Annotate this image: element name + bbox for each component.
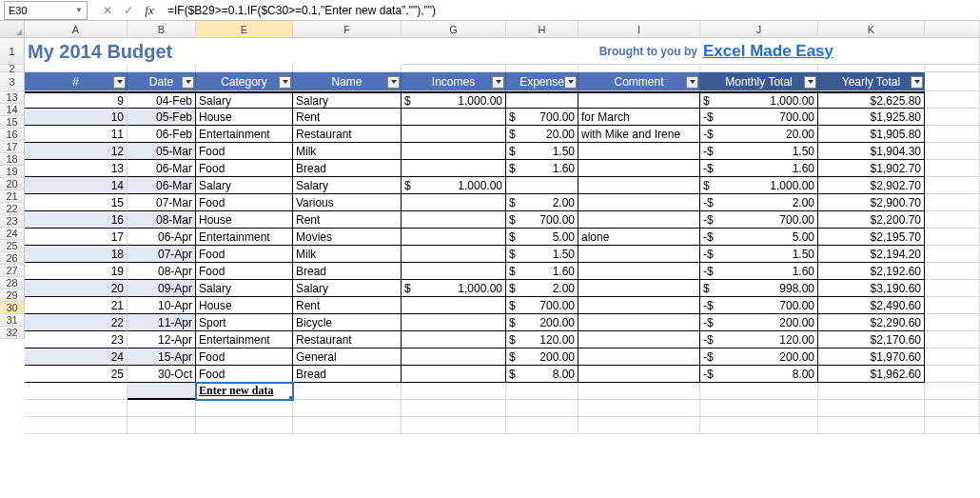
category-cell[interactable]: Food — [196, 143, 293, 160]
income-cell[interactable] — [402, 263, 506, 280]
cell[interactable] — [578, 417, 700, 434]
col-header-B[interactable]: B — [127, 21, 196, 37]
category-cell[interactable]: Food — [196, 246, 293, 263]
row-header-15[interactable]: 15 — [0, 116, 25, 129]
yearly-total-cell[interactable]: $1,925.80 — [818, 109, 925, 126]
filter-icon[interactable] — [279, 76, 291, 89]
num-cell[interactable]: 23 — [25, 331, 127, 349]
comment-cell[interactable] — [578, 211, 700, 229]
cell[interactable] — [402, 383, 506, 400]
category-cell[interactable]: Food — [196, 349, 293, 366]
table-header[interactable]: Yearly Total — [818, 72, 925, 91]
row-header-3[interactable]: 3 — [0, 72, 25, 91]
num-cell[interactable]: 24 — [25, 349, 127, 366]
name-cell[interactable]: Bread — [293, 263, 402, 280]
date-cell[interactable]: 06-Mar — [127, 177, 196, 194]
num-cell[interactable]: 17 — [25, 229, 127, 246]
num-cell[interactable]: 9 — [25, 91, 127, 109]
name-cell[interactable]: Rent — [293, 297, 402, 314]
row-header-20[interactable]: 20 — [0, 178, 25, 190]
comment-cell[interactable] — [578, 263, 700, 280]
row-header-30[interactable]: 30 — [0, 302, 25, 314]
yearly-total-cell[interactable]: $2,902.70 — [818, 177, 925, 194]
col-header-G[interactable]: G — [402, 21, 506, 37]
category-cell[interactable]: House — [196, 109, 293, 126]
monthly-total-cell[interactable]: -$1.60 — [700, 263, 818, 280]
monthly-total-cell[interactable]: -$2.00 — [700, 194, 818, 211]
table-header[interactable]: Comment — [578, 72, 700, 91]
expense-cell[interactable]: $700.00 — [506, 297, 578, 314]
monthly-total-cell[interactable]: -$120.00 — [700, 331, 818, 349]
income-cell[interactable] — [402, 349, 506, 366]
yearly-total-cell[interactable]: $2,192.60 — [818, 263, 925, 280]
excel-made-easy-link[interactable]: Excel Made Easy — [700, 38, 925, 65]
cell[interactable] — [578, 400, 700, 417]
date-cell[interactable]: 05-Feb — [127, 109, 196, 126]
col-header-F[interactable]: F — [293, 21, 402, 37]
worksheet-cells[interactable]: My 2014 BudgetBrought to you byExcel Mad… — [25, 38, 980, 434]
cell[interactable] — [578, 383, 700, 400]
col-header-A[interactable]: A — [25, 21, 127, 37]
table-header[interactable]: Category — [196, 72, 293, 91]
filter-icon[interactable] — [113, 76, 126, 89]
cell[interactable] — [25, 417, 127, 434]
col-header-H[interactable]: H — [506, 21, 578, 37]
cell[interactable] — [700, 417, 818, 434]
yearly-total-cell[interactable]: $2,490.60 — [818, 297, 925, 314]
filter-icon[interactable] — [804, 76, 816, 89]
num-cell[interactable]: 25 — [25, 366, 127, 383]
cell[interactable] — [402, 400, 506, 417]
income-cell[interactable] — [402, 297, 506, 314]
table-header[interactable]: Monthly Total — [700, 72, 818, 91]
cell[interactable] — [925, 383, 980, 400]
date-cell[interactable]: 09-Apr — [127, 280, 196, 297]
comment-cell[interactable]: alone — [578, 229, 700, 246]
cell[interactable] — [925, 400, 980, 417]
filter-icon[interactable] — [686, 76, 698, 89]
name-cell[interactable]: Bread — [293, 160, 402, 177]
income-cell[interactable] — [402, 211, 506, 229]
num-cell[interactable]: 19 — [25, 263, 127, 280]
income-cell[interactable]: $1,000.00 — [402, 91, 506, 109]
cell[interactable] — [25, 383, 127, 400]
monthly-total-cell[interactable]: $1,000.00 — [700, 91, 818, 109]
cell[interactable] — [700, 383, 818, 400]
monthly-total-cell[interactable]: -$700.00 — [700, 109, 818, 126]
comment-cell[interactable] — [578, 246, 700, 263]
expense-cell[interactable]: $200.00 — [506, 349, 578, 366]
name-cell[interactable]: Bicycle — [293, 314, 402, 331]
comment-cell[interactable] — [578, 194, 700, 211]
monthly-total-cell[interactable]: -$20.00 — [700, 126, 818, 143]
date-cell[interactable]: 10-Apr — [127, 297, 196, 314]
category-cell[interactable]: Food — [196, 160, 293, 177]
row-header-27[interactable]: 27 — [0, 265, 25, 277]
yearly-total-cell[interactable]: $3,190.60 — [818, 280, 925, 297]
name-cell[interactable]: Restaurant — [293, 126, 402, 143]
income-cell[interactable] — [402, 126, 506, 143]
expense-cell[interactable] — [506, 177, 578, 194]
yearly-total-cell[interactable]: $1,962.60 — [818, 366, 925, 383]
filter-icon[interactable] — [387, 76, 400, 89]
date-cell[interactable]: 07-Apr — [127, 246, 196, 263]
yearly-total-cell[interactable]: $2,200.70 — [818, 211, 925, 229]
cell[interactable] — [127, 400, 196, 417]
num-cell[interactable]: 13 — [25, 160, 127, 177]
row-header-21[interactable]: 21 — [0, 190, 25, 203]
cell[interactable] — [506, 400, 578, 417]
expense-cell[interactable]: $120.00 — [506, 331, 578, 349]
yearly-total-cell[interactable]: $1,902.70 — [818, 160, 925, 177]
yearly-total-cell[interactable]: $1,970.60 — [818, 349, 925, 366]
date-cell[interactable]: 06-Mar — [127, 160, 196, 177]
filter-icon[interactable] — [564, 76, 577, 89]
monthly-total-cell[interactable]: $998.00 — [700, 280, 818, 297]
name-cell[interactable]: Salary — [293, 280, 402, 297]
category-cell[interactable]: House — [196, 297, 293, 314]
comment-cell[interactable] — [578, 331, 700, 349]
expense-cell[interactable]: $200.00 — [506, 314, 578, 331]
comment-cell[interactable] — [578, 160, 700, 177]
income-cell[interactable] — [402, 229, 506, 246]
table-header[interactable]: Date — [127, 72, 196, 91]
category-cell[interactable]: Food — [196, 263, 293, 280]
comment-cell[interactable] — [578, 314, 700, 331]
yearly-total-cell[interactable]: $1,904.30 — [818, 143, 925, 160]
